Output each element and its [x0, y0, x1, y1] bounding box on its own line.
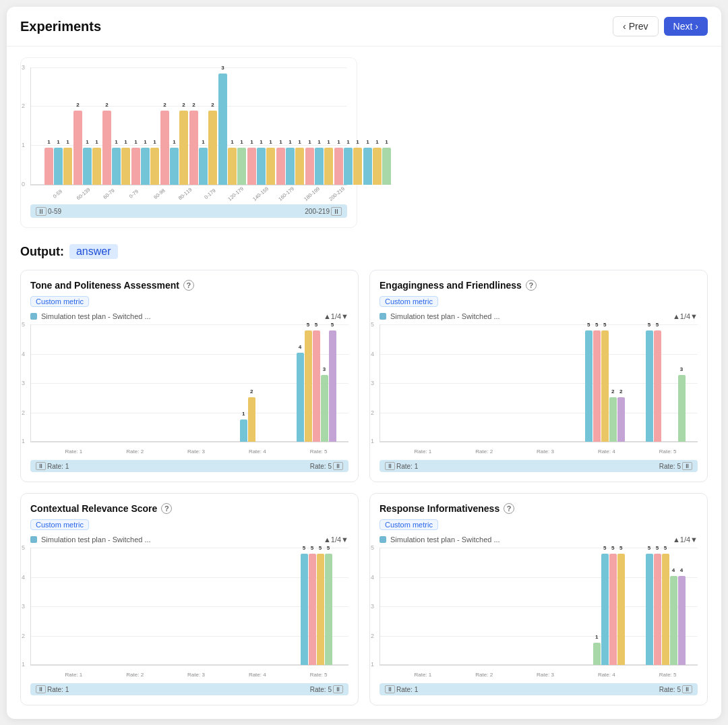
- bar: 1: [170, 148, 179, 185]
- bar: 2: [248, 397, 255, 442]
- top-bar-group: 311: [218, 67, 246, 185]
- x-axis-label: Rate: 5: [659, 672, 677, 678]
- top-chart-xlabels: 0-5960-13960-790-7960-9880-1190-179120-1…: [30, 187, 347, 199]
- metric-slider[interactable]: ⏸Rate: 1 Rate: 5⏸: [30, 460, 348, 472]
- top-bar-group: 111: [334, 67, 362, 185]
- x-axis-label: Rate: 3: [187, 672, 205, 678]
- bar: 1: [593, 643, 601, 665]
- bar: 1: [44, 148, 53, 185]
- bar: 1: [324, 148, 333, 185]
- bar: 5: [585, 330, 593, 442]
- chart-legend: Simulation test plan - Switched ... ▲1/4…: [30, 312, 348, 320]
- legend-text: Simulation test plan - Switched ...: [41, 312, 151, 320]
- chart-legend: Simulation test plan - Switched ... ▲1/4…: [30, 535, 348, 544]
- bar: 1: [83, 148, 92, 185]
- rate-group: [454, 548, 514, 665]
- bar: 1: [363, 148, 372, 185]
- legend-color: [30, 536, 37, 543]
- x-axis-label: Rate: 3: [537, 448, 554, 455]
- x-axis-label: Rate: 4: [249, 448, 266, 455]
- help-icon[interactable]: ?: [161, 503, 172, 514]
- x-axis-label: 0-79: [128, 188, 140, 200]
- bar: 1: [112, 148, 121, 185]
- legend-color: [380, 313, 386, 320]
- bar: 1: [121, 148, 130, 185]
- legend-nav[interactable]: ▲1/4▼: [324, 535, 348, 544]
- custom-metric-badge: Custom metric: [30, 296, 89, 307]
- x-axis-label: 120-179: [226, 185, 245, 202]
- legend-color: [380, 536, 386, 543]
- x-axis-label: Rate: 4: [598, 448, 615, 455]
- top-chart-card: 3 2 1 0 11121121111121221231111111111111…: [20, 57, 357, 228]
- bar: 1: [237, 148, 246, 185]
- metric-x-labels: Rate: 1Rate: 2Rate: 3Rate: 4Rate: 5: [380, 667, 698, 679]
- help-icon[interactable]: ?: [526, 280, 537, 291]
- top-bar-group: 111: [44, 67, 72, 185]
- bar: 2: [73, 111, 82, 185]
- bar: 3: [678, 375, 686, 442]
- help-icon[interactable]: ?: [504, 503, 514, 514]
- chart-legend: Simulation test plan - Switched ... ▲1/4…: [380, 312, 698, 320]
- top-bar-group: 212: [189, 67, 217, 185]
- top-bar-group: 111: [131, 67, 159, 185]
- legend-color: [30, 313, 37, 320]
- bar: 1: [353, 148, 362, 185]
- x-axis-label: Rate: 1: [65, 672, 83, 678]
- metric-slider[interactable]: ⏸Rate: 1 Rate: 5⏸: [380, 460, 698, 472]
- output-text: Output:: [20, 245, 64, 259]
- rate-group: [454, 324, 514, 442]
- x-axis-label: Rate: 1: [415, 672, 432, 678]
- top-bar-group: 111: [363, 67, 391, 185]
- rate-group: 1555: [575, 548, 634, 665]
- rate-group: [166, 324, 225, 442]
- x-axis-label: 200-219: [328, 185, 346, 202]
- x-axis-label: Rate: 4: [249, 672, 266, 678]
- bar: 1: [373, 148, 382, 185]
- bar: 1: [92, 148, 101, 185]
- chart-wrapper: 5 4 3 2 1 55522553 Rate: 1Rate: 2Rate: 3…: [380, 324, 698, 472]
- bar: 1: [150, 148, 159, 185]
- metric-slider[interactable]: ⏸Rate: 1 Rate: 5⏸: [380, 683, 698, 695]
- top-bar-chart: 3 2 1 0 11121121111121221231111111111111…: [30, 67, 347, 185]
- bar: 5: [646, 330, 653, 442]
- metric-bar-chart: 5 4 3 2 1 1245535: [30, 324, 348, 442]
- x-axis-label: Rate: 2: [126, 448, 144, 455]
- legend-nav[interactable]: ▲1/4▼: [324, 312, 348, 320]
- top-bar-group: 111: [276, 67, 304, 185]
- rate-group: [44, 548, 104, 665]
- chevron-left-icon: ‹: [623, 21, 626, 32]
- next-button[interactable]: Next ›: [664, 17, 708, 36]
- bar: 2: [160, 111, 169, 185]
- top-chart-slider[interactable]: ⏸0-59 200-219⏸: [30, 204, 347, 218]
- legend-left: Simulation test plan - Switched ...: [30, 312, 151, 320]
- rate-group: [105, 324, 164, 442]
- header-nav: ‹ Prev Next ›: [613, 16, 708, 36]
- metric-title-text: Response Informativeness: [380, 503, 499, 514]
- prev-button[interactable]: ‹ Prev: [613, 16, 658, 36]
- x-axis-label: 60-79: [102, 187, 115, 200]
- bar: 1: [344, 148, 353, 185]
- page-title: Experiments: [20, 19, 101, 34]
- metric-slider[interactable]: ⏸Rate: 1 Rate: 5⏸: [30, 683, 348, 695]
- x-axis-label: Rate: 3: [537, 672, 554, 678]
- metric-title: Response Informativeness ?: [380, 503, 698, 514]
- bar: 5: [593, 330, 601, 442]
- x-axis-label: Rate: 3: [187, 448, 205, 455]
- chevron-right-icon: ›: [695, 21, 698, 32]
- x-axis-label: Rate: 5: [659, 448, 677, 455]
- output-section-label: Output: answer: [20, 244, 708, 259]
- slider-left-label: 0-59: [48, 208, 61, 215]
- chart-wrapper: 5 4 3 2 1 155555544 Rate: 1Rate: 2Rate: …: [380, 548, 698, 695]
- x-axis-label: 80-119: [177, 186, 193, 201]
- legend-nav[interactable]: ▲1/4▼: [673, 312, 698, 320]
- bar: 2: [179, 111, 188, 185]
- slider-right-label: 200-219: [305, 208, 330, 215]
- legend-nav[interactable]: ▲1/4▼: [673, 535, 698, 544]
- legend-left: Simulation test plan - Switched ...: [380, 312, 500, 320]
- bar: 3: [321, 375, 328, 442]
- rate-group: [515, 324, 574, 442]
- rate-group: 12: [226, 324, 285, 442]
- rate-group: [105, 548, 164, 665]
- bar: 1: [54, 148, 63, 185]
- help-icon[interactable]: ?: [183, 280, 194, 291]
